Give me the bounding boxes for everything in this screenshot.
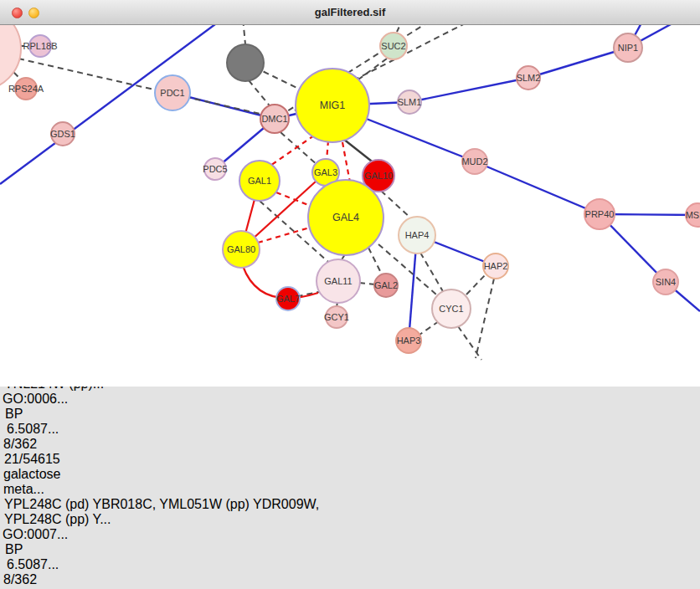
node-label: PDC5 [203,164,227,174]
graph-edge[interactable] [409,78,528,102]
graph-edge[interactable] [476,279,494,358]
node-label: RPL18B [23,41,58,51]
node-label: GAL3 [314,167,337,177]
node-label: GDS1 [50,129,75,139]
table-cell: BP [0,407,33,422]
node-label: NIP1 [618,43,638,53]
graph-edge[interactable] [475,161,600,214]
node-label: SLM2 [517,73,541,83]
table-row[interactable]: GO:0007...BP6.5087...8/36221/54615respon… [0,527,700,589]
node-label: MUD2 [461,156,487,166]
network-canvas[interactable]: RPL18BRPS24AGDS1PDC1DMC1MIG1SUC2SLM1SLM2… [0,0,700,365]
node-label: GAL2 [374,280,398,290]
node-label: GAL7 [276,294,300,304]
graph-edge[interactable] [358,59,387,79]
table-cell: YPL248C (pd) YBR018C, YML051W (pp) YDR00… [0,497,375,527]
network-graph[interactable]: RPL18BRPS24AGDS1PDC1DMC1MIG1SUC2SLM1SLM2… [0,0,700,361]
node-label: GAL80 [227,244,255,254]
graph-edge[interactable] [342,142,350,182]
node-label: HAP3 [397,335,421,346]
graph-edge[interactable] [343,139,375,164]
window-title: galFiltered.sif [0,0,700,25]
graph-edge[interactable] [359,283,375,284]
graph-edge[interactable] [368,248,382,274]
network-titlebar[interactable]: galFiltered.sif [0,0,700,25]
node-label: HAP4 [405,230,430,240]
graph-edge[interactable] [327,141,328,161]
graph-edge[interactable] [420,253,444,293]
graph-edge[interactable] [381,191,412,219]
table-cell: 21/54615 [0,452,63,467]
graph-edge[interactable] [249,80,272,109]
node-label: DMC1 [261,114,287,124]
graph-edge[interactable] [528,48,628,78]
node-label: CYC1 [439,304,463,314]
table-cell: 6.5087... [0,557,54,572]
graph-edge[interactable] [419,321,439,335]
node-label: GCY1 [324,312,349,322]
node-label: MIG1 [320,100,346,111]
graph-edge[interactable] [466,274,486,294]
graph-edge[interactable] [276,192,312,207]
table-cell: GO:0007... [0,527,63,542]
table-cell: 8/362 [0,437,47,452]
table-cell: BP [0,542,33,557]
node-label: SLM1 [398,97,422,107]
node-label: GAL11 [324,276,352,286]
node-label: SUC2 [381,41,405,51]
node-label: PRP40 [585,209,615,219]
graph-edge[interactable] [258,228,310,243]
table-cell: GO:0006... [0,392,63,407]
node-label: GAL10 [364,171,393,181]
node-label: RPS24A [8,84,44,94]
node-label: SIN4 [656,277,676,287]
graph-edge[interactable] [268,136,314,167]
graph-node-gray-node[interactable] [227,44,264,81]
table-cell: 8/362 [0,572,47,587]
node-label: MSL1 [686,210,700,220]
network-window: galFiltered.sif RPL18BRPS24AGDS1PDC1DMC1… [0,0,700,387]
node-label: PDC1 [160,88,184,98]
node-label: GAL1 [248,176,271,186]
table-cell: 6.5087... [0,422,54,437]
node-label: GAL4 [332,212,359,223]
table-row[interactable]: GO:0006...BP6.5087...8/36221/54615galact… [0,392,700,527]
table-cell: galactose meta... [0,467,85,497]
node-label: HAP2 [484,261,508,271]
graph-edge[interactable] [458,326,481,360]
